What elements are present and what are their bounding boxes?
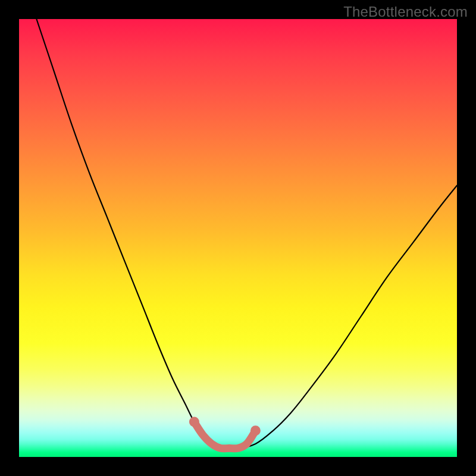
watermark-text: TheBottleneck.com: [343, 4, 468, 20]
highlight-endpoint-dot: [250, 425, 261, 436]
bottleneck-curve: [36, 19, 457, 449]
optimal-zone-highlight: [194, 422, 255, 449]
highlight-endpoint-dot: [189, 417, 199, 427]
gradient-plot-area: [19, 19, 457, 457]
bottleneck-curve-svg: [19, 19, 457, 457]
chart-frame: TheBottleneck.com: [0, 0, 476, 476]
